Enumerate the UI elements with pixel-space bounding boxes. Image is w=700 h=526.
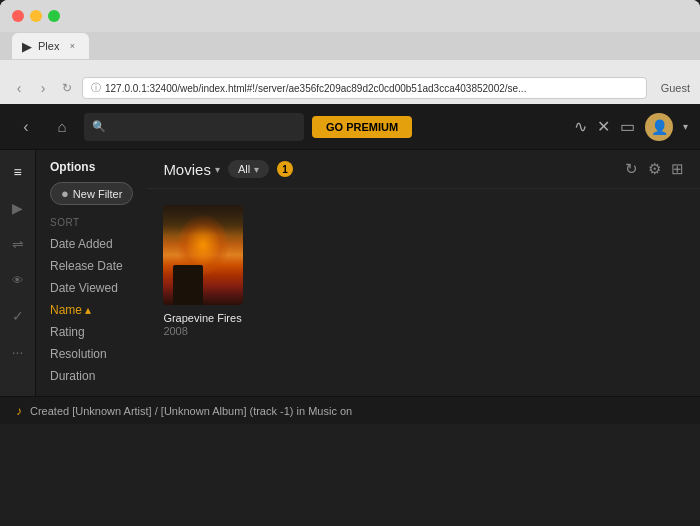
- options-label: Options: [50, 160, 133, 174]
- settings-icon[interactable]: ✕: [597, 117, 610, 136]
- library-dropdown-icon[interactable]: ▾: [215, 164, 220, 175]
- sidebar-nav-more[interactable]: ···: [4, 338, 32, 366]
- settings-gear-icon[interactable]: ⚙: [648, 160, 661, 178]
- back-nav-button[interactable]: ‹: [10, 79, 28, 97]
- toolbar-right: ↻ ⚙ ⊞: [625, 160, 684, 178]
- browser-tab[interactable]: ▶ Plex ×: [12, 33, 89, 59]
- sort-resolution[interactable]: Resolution: [50, 344, 133, 364]
- sort-name[interactable]: Name ▴: [50, 300, 133, 320]
- sidebar-nav-check[interactable]: ✓: [4, 302, 32, 330]
- status-bar: ♪ Created [Unknown Artist] / [Unknown Al…: [0, 396, 700, 424]
- fire-smoke: [163, 205, 243, 235]
- traffic-lights: [12, 10, 60, 22]
- sort-items: Date Added Release Date Date Viewed Name…: [50, 234, 133, 386]
- movie-thumbnail: [163, 205, 243, 305]
- title-bar: [0, 0, 700, 32]
- movie-title: Grapevine Fires: [163, 311, 243, 325]
- sidebar-nav-shuffle[interactable]: ⇌: [4, 230, 32, 258]
- premium-button[interactable]: GO PREMIUM: [312, 116, 412, 138]
- grid-view-icon[interactable]: ⊞: [671, 160, 684, 178]
- minimize-button[interactable]: [30, 10, 42, 22]
- cast-icon[interactable]: ▭: [620, 117, 635, 136]
- dropdown-arrow-icon[interactable]: ▾: [683, 121, 688, 132]
- status-text: Created [Unknown Artist] / [Unknown Albu…: [30, 405, 352, 417]
- filter-panel: Options ● New Filter SORT Date Added Rel…: [36, 150, 147, 396]
- sort-date-viewed[interactable]: Date Viewed: [50, 278, 133, 298]
- fire-building: [173, 265, 203, 305]
- new-filter-button[interactable]: ● New Filter: [50, 182, 133, 205]
- sort-rating[interactable]: Rating: [50, 322, 133, 342]
- sidebar-nav-menu[interactable]: ≡: [4, 158, 32, 186]
- analytics-icon[interactable]: ∿: [574, 117, 587, 136]
- app-back-button[interactable]: ‹: [12, 113, 40, 141]
- plex-favicon: ▶: [22, 39, 32, 54]
- sidebar-nav-play[interactable]: ▶: [4, 194, 32, 222]
- filter-all-label: All: [238, 163, 250, 175]
- user-avatar[interactable]: 👤: [645, 113, 673, 141]
- guest-label: Guest: [661, 82, 690, 94]
- forward-nav-button[interactable]: ›: [34, 79, 52, 97]
- maximize-button[interactable]: [48, 10, 60, 22]
- filter-count-badge: 1: [277, 161, 293, 177]
- content-area: Movies ▾ All ▾ 1 ↻ ⚙ ⊞: [147, 150, 700, 396]
- main-wrapper: ≡ ▶ ⇌ 👁 ✓ ··· Options ● New Filter SORT …: [0, 150, 700, 396]
- app-home-button[interactable]: ⌂: [48, 113, 76, 141]
- new-filter-label: New Filter: [73, 188, 123, 200]
- search-icon: 🔍: [92, 120, 106, 133]
- tab-bar: ▶ Plex ×: [0, 32, 700, 60]
- address-bar-row: ‹ › ↻ ⓘ 127.0.0.1:32400/web/index.html#!…: [0, 72, 700, 104]
- tab-title: Plex: [38, 40, 59, 52]
- status-music-icon: ♪: [16, 404, 22, 418]
- sort-label: SORT: [50, 217, 133, 228]
- refresh-icon[interactable]: ↻: [625, 160, 638, 178]
- sidebar-nav-watch[interactable]: 👁: [4, 266, 32, 294]
- reload-button[interactable]: ↻: [58, 79, 76, 97]
- movie-card[interactable]: Grapevine Fires 2008: [163, 205, 243, 337]
- movie-grid: Grapevine Fires 2008: [147, 189, 700, 396]
- movie-year: 2008: [163, 325, 243, 337]
- address-bar[interactable]: ⓘ 127.0.0.1:32400/web/index.html#!/serve…: [82, 77, 647, 99]
- close-button[interactable]: [12, 10, 24, 22]
- url-text: 127.0.0.1:32400/web/index.html#!/server/…: [105, 83, 526, 94]
- library-title: Movies ▾: [163, 161, 220, 178]
- search-bar[interactable]: 🔍: [84, 113, 304, 141]
- plus-icon: ●: [61, 186, 69, 201]
- app-topbar: ‹ ⌂ 🔍 GO PREMIUM ∿ ✕ ▭ 👤 ▾: [0, 104, 700, 150]
- sort-date-added[interactable]: Date Added: [50, 234, 133, 254]
- filter-dropdown-icon[interactable]: ▾: [254, 164, 259, 175]
- browser-chrome: ▶ Plex ×: [0, 0, 700, 72]
- content-toolbar: Movies ▾ All ▾ 1 ↻ ⚙ ⊞: [147, 150, 700, 189]
- sort-release-date[interactable]: Release Date: [50, 256, 133, 276]
- movie-thumb-visual: [163, 205, 243, 305]
- library-title-text: Movies: [163, 161, 211, 178]
- sort-duration[interactable]: Duration: [50, 366, 133, 386]
- filter-all-pill[interactable]: All ▾: [228, 160, 269, 178]
- full-sidebar: ≡ ▶ ⇌ 👁 ✓ ··· Options ● New Filter SORT …: [0, 150, 147, 396]
- topbar-right: ∿ ✕ ▭ 👤 ▾: [574, 113, 688, 141]
- icon-sidebar: ≡ ▶ ⇌ 👁 ✓ ···: [0, 150, 36, 396]
- tab-close-icon[interactable]: ×: [65, 39, 79, 53]
